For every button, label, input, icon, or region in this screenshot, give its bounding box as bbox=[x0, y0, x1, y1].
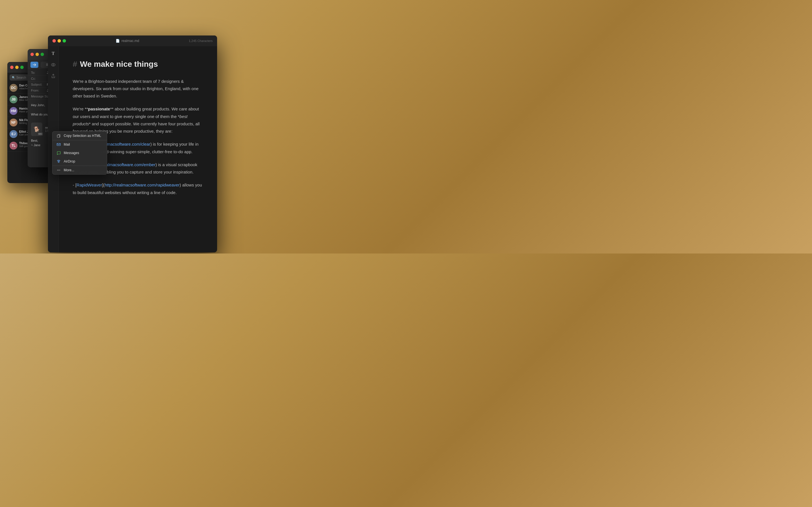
editor-list-item-3: - [RapidWeaver](http://realmacsoftware.c… bbox=[73, 181, 203, 196]
svg-point-5 bbox=[59, 170, 60, 170]
more-icon bbox=[56, 168, 61, 172]
svg-point-4 bbox=[58, 170, 59, 170]
subject-label: Subject: bbox=[31, 83, 45, 86]
svg-rect-0 bbox=[57, 135, 59, 137]
editor-titlebar: 📄 realmac.md 1,245 Characters bbox=[48, 36, 217, 46]
more-label: More... bbox=[64, 168, 74, 172]
heading-hash: # bbox=[73, 57, 77, 71]
maximize-button[interactable] bbox=[20, 66, 24, 69]
context-menu-item-airdrop[interactable]: AirDrop bbox=[52, 157, 107, 166]
context-menu-item-copy-html[interactable]: Copy Selection as HTML bbox=[52, 131, 107, 140]
search-placeholder: Search bbox=[16, 76, 26, 79]
copy-html-icon bbox=[56, 133, 61, 138]
close-button[interactable] bbox=[31, 53, 34, 56]
context-menu-item-messages[interactable]: Messages bbox=[52, 149, 107, 157]
heading-text: We make nice things bbox=[80, 57, 158, 71]
rapidweaver-url: http://realmacsoftware.com/rapidweaver bbox=[105, 182, 180, 187]
messages-icon bbox=[56, 151, 61, 155]
context-menu-item-more[interactable]: More... bbox=[52, 166, 107, 174]
avatar: DC bbox=[10, 84, 17, 92]
character-count: 1,245 Characters bbox=[189, 39, 213, 43]
messages-label: Messages bbox=[64, 151, 79, 155]
bold-text: passionate bbox=[88, 107, 110, 111]
svg-point-3 bbox=[57, 170, 58, 170]
close-button[interactable] bbox=[52, 39, 56, 43]
svg-rect-1 bbox=[57, 144, 60, 146]
svg-point-6 bbox=[51, 63, 55, 66]
from-label: From: bbox=[31, 89, 45, 92]
attachment-icon: 🐕 MD bbox=[31, 122, 42, 136]
share-icon[interactable] bbox=[50, 73, 56, 79]
editor-paragraph-2: We're **passionate** about building grea… bbox=[73, 105, 203, 135]
context-menu: Copy Selection as HTML Mail Messages Air… bbox=[52, 131, 107, 175]
to-label: To: bbox=[31, 71, 45, 74]
file-icon: 📄 bbox=[116, 39, 120, 43]
italic-text: best products bbox=[73, 114, 188, 126]
cc-label: Cc: bbox=[31, 77, 45, 80]
editor-paragraph-1: We're a Brighton-based independent team … bbox=[73, 78, 203, 100]
attachment-type-badge: MD bbox=[38, 132, 43, 135]
text-format-icon[interactable]: T bbox=[50, 51, 56, 56]
editor-filename: realmac.md bbox=[121, 39, 139, 43]
mail-icon bbox=[56, 142, 61, 147]
minimize-button[interactable] bbox=[57, 39, 61, 43]
context-menu-item-mail[interactable]: Mail bbox=[52, 140, 107, 149]
avatar: JB bbox=[10, 96, 17, 103]
svg-point-7 bbox=[52, 64, 54, 66]
maximize-button[interactable] bbox=[41, 53, 44, 56]
airdrop-label: AirDrop bbox=[64, 159, 75, 163]
send-button[interactable] bbox=[31, 62, 38, 68]
maximize-button[interactable] bbox=[63, 39, 66, 43]
editor-title-area: 📄 realmac.md bbox=[116, 39, 139, 43]
minimize-button[interactable] bbox=[15, 66, 18, 69]
search-icon: 🔍 bbox=[12, 76, 15, 79]
avatar: HM bbox=[10, 107, 17, 115]
mail-label: Mail bbox=[64, 143, 70, 147]
avatar: TL bbox=[10, 142, 17, 150]
close-button[interactable] bbox=[10, 66, 13, 69]
svg-point-2 bbox=[58, 161, 59, 163]
preview-icon[interactable] bbox=[50, 62, 56, 68]
editor-heading: # We make nice things bbox=[73, 57, 203, 71]
avatar: EJ bbox=[10, 130, 17, 138]
attachment-preview: 🐕 bbox=[34, 126, 40, 132]
avatar: NF bbox=[10, 119, 17, 126]
minimize-button[interactable] bbox=[36, 53, 39, 56]
rapidweaver-link[interactable]: RapidWeaver bbox=[77, 182, 102, 187]
airdrop-icon bbox=[56, 159, 61, 164]
copy-html-label: Copy Selection as HTML bbox=[64, 134, 101, 138]
